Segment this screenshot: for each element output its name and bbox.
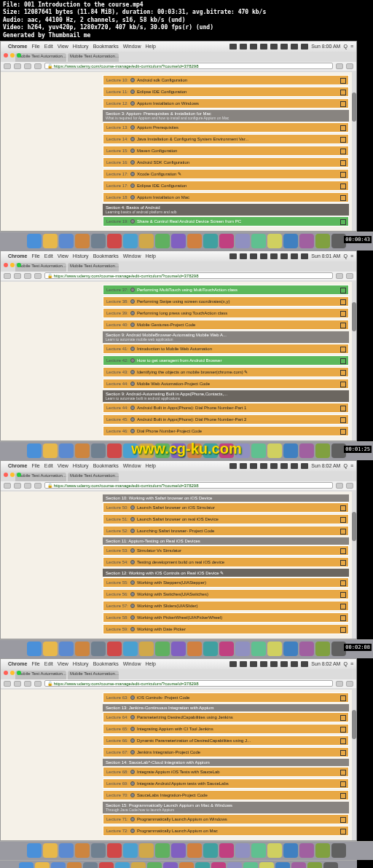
- menubar-clock[interactable]: Sun 8:02 AM: [311, 463, 340, 468]
- lecture-row[interactable]: Lecture 57:Working with Sliders(UIASlide…: [103, 601, 349, 611]
- home-button[interactable]: [34, 483, 42, 489]
- dock-app-icon[interactable]: [75, 843, 90, 858]
- traffic-light-y[interactable]: [10, 263, 15, 267]
- status-icon[interactable]: [270, 661, 278, 667]
- lecture-row[interactable]: Lecture 65:Integrating Appium with CI To…: [103, 724, 349, 734]
- lecture-row[interactable]: Lecture 55:Working with Steppers(UIAStep…: [103, 577, 349, 588]
- dock-app-icon[interactable]: [219, 443, 234, 458]
- status-icon[interactable]: [291, 661, 298, 667]
- lecture-row[interactable]: Lecture 37:Performing MultiTouch using M…: [103, 285, 349, 295]
- menu-item[interactable]: Bookmarks: [93, 44, 119, 49]
- dock-app-icon[interactable]: [123, 843, 138, 858]
- menu-item[interactable]: View: [58, 463, 68, 468]
- dock-app-icon[interactable]: [59, 234, 74, 248]
- expand-icon[interactable]: [340, 311, 346, 317]
- lecture-row[interactable]: Lecture 41:Introduction to Mobile Web Au…: [103, 344, 349, 354]
- expand-icon[interactable]: [340, 793, 346, 799]
- menubar-status-area[interactable]: Sun 8:01 AMQ≡: [229, 251, 353, 261]
- lecture-row[interactable]: Lecture 17:Xcode Configuration ✎: [103, 169, 349, 179]
- dock-app-icon[interactable]: [203, 843, 218, 858]
- lecture-row[interactable]: Lecture 44:Mobile Web Automation-Project…: [103, 379, 349, 389]
- expand-icon[interactable]: [340, 750, 346, 756]
- status-icon[interactable]: [301, 44, 308, 50]
- dock-app-icon[interactable]: [75, 234, 90, 248]
- lecture-row[interactable]: Lecture 10:Android sdk Configuration: [103, 75, 349, 85]
- dock-app-icon[interactable]: [195, 862, 210, 868]
- dock-app-icon[interactable]: [227, 862, 242, 868]
- browser-tab[interactable]: Mobile Test Automation...: [68, 263, 119, 272]
- menubar-status-area[interactable]: Sun 8:02 AMQ≡: [229, 659, 353, 669]
- dock-app-icon[interactable]: [187, 234, 202, 248]
- dock-app-icon[interactable]: [155, 642, 170, 656]
- dock-app-icon[interactable]: [91, 843, 106, 858]
- menu-item[interactable]: Edit: [44, 44, 53, 49]
- dock-app-icon[interactable]: [155, 443, 170, 458]
- reload-button[interactable]: [24, 273, 31, 279]
- bookmark-icon[interactable]: [336, 63, 343, 69]
- expand-icon[interactable]: [340, 137, 346, 143]
- menu-item[interactable]: View: [58, 661, 68, 666]
- macos-dock[interactable]: [0, 232, 373, 250]
- dock-app-icon[interactable]: [19, 862, 34, 868]
- lecture-row[interactable]: Lecture 66:Dynamic Parameterization of D…: [103, 735, 349, 746]
- expand-icon[interactable]: [340, 184, 346, 189]
- traffic-light-r[interactable]: [4, 53, 8, 58]
- dock-app-icon[interactable]: [171, 843, 186, 858]
- dock-app-icon[interactable]: [155, 234, 170, 248]
- dock-app-icon[interactable]: [315, 443, 330, 458]
- status-icon[interactable]: [270, 463, 278, 469]
- dock-app-icon[interactable]: [203, 443, 218, 458]
- expand-icon[interactable]: [340, 738, 346, 744]
- status-icon[interactable]: [250, 661, 257, 667]
- dock-app-icon[interactable]: [315, 234, 330, 248]
- expand-icon[interactable]: [340, 770, 346, 776]
- status-icon[interactable]: [291, 463, 298, 469]
- status-icon[interactable]: [240, 661, 247, 667]
- status-icon[interactable]: [301, 463, 308, 469]
- status-icon[interactable]: [260, 463, 267, 469]
- lecture-row[interactable]: Lecture 71:Programmatically Launch Appiu…: [103, 814, 349, 824]
- lecture-row[interactable]: Lecture 70:SauceLabs Integration-Project…: [103, 790, 349, 800]
- lecture-row[interactable]: Lecture 50:Launch Safari browser on iOS …: [103, 502, 349, 513]
- expand-icon[interactable]: [340, 195, 346, 201]
- address-bar[interactable]: 🔒 https://www.udemy.com/course-manage/ed…: [44, 63, 333, 69]
- spotlight-icon[interactable]: Q: [343, 44, 347, 49]
- expand-icon[interactable]: [340, 417, 346, 423]
- browser-tab[interactable]: Mobile Test Automation...: [15, 671, 66, 679]
- menu-item[interactable]: Help: [146, 661, 156, 666]
- dock-app-icon[interactable]: [27, 642, 42, 656]
- scrollbar-thumb[interactable]: [352, 302, 356, 331]
- dock-app-icon[interactable]: [307, 862, 322, 868]
- menu-item[interactable]: Window: [123, 44, 141, 49]
- lecture-row[interactable]: Lecture 43:Identifying the objects on mo…: [103, 367, 349, 377]
- scrollbar-thumb[interactable]: [352, 512, 356, 541]
- expand-icon[interactable]: [340, 219, 346, 225]
- status-icon[interactable]: [260, 661, 267, 667]
- notification-icon[interactable]: ≡: [350, 253, 353, 259]
- dock-app-icon[interactable]: [259, 862, 274, 868]
- lecture-row[interactable]: Lecture 18:Appium Installation on Mac: [103, 192, 349, 202]
- menubar-status-area[interactable]: Sun 8:02 AMQ≡: [229, 461, 353, 471]
- expand-icon[interactable]: [340, 101, 346, 107]
- traffic-light-y[interactable]: [10, 473, 15, 477]
- spotlight-icon[interactable]: Q: [343, 463, 347, 468]
- status-icon[interactable]: [280, 44, 288, 50]
- section-header[interactable]: Section 9: Android MobileBrowser-Automat…: [103, 331, 349, 343]
- dock-app-icon[interactable]: [139, 843, 154, 858]
- expand-icon[interactable]: [340, 90, 346, 95]
- dock-app-icon[interactable]: [43, 443, 58, 458]
- menu-item[interactable]: History: [73, 253, 89, 259]
- status-icon[interactable]: [280, 253, 288, 259]
- status-icon[interactable]: [229, 44, 237, 50]
- menubar-clock[interactable]: Sun 8:02 AM: [311, 661, 340, 666]
- dock-app-icon[interactable]: [91, 443, 106, 458]
- dock-app-icon[interactable]: [59, 642, 74, 656]
- status-icon[interactable]: [250, 463, 257, 469]
- lecture-row[interactable]: Lecture 59:Working with Date Picker: [103, 624, 349, 634]
- dock-app-icon[interactable]: [27, 234, 42, 248]
- dock-app-icon[interactable]: [35, 862, 50, 868]
- status-icon[interactable]: [240, 44, 247, 50]
- expand-icon[interactable]: [340, 627, 346, 633]
- expand-icon[interactable]: [340, 382, 346, 387]
- dock-app-icon[interactable]: [123, 443, 138, 458]
